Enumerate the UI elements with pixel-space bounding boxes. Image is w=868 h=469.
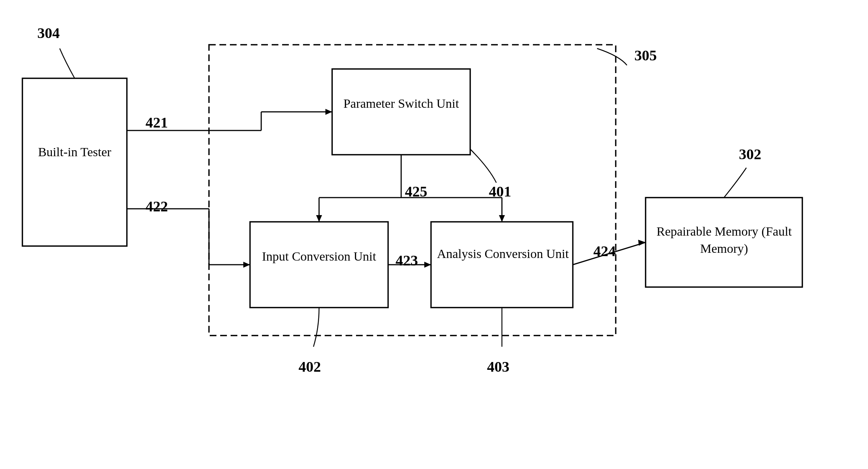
ref-402: 402 <box>299 358 321 375</box>
arrow-424-head <box>638 240 646 246</box>
ref-curve-304 <box>60 48 75 78</box>
arrow-label-422: 422 <box>146 198 168 215</box>
ref-401: 401 <box>489 183 511 200</box>
ref-304: 304 <box>37 24 60 42</box>
arrow-425-icu-head <box>316 215 322 222</box>
arrow-421-head <box>325 109 332 115</box>
built-in-tester-label: Built-in Tester <box>24 144 125 161</box>
ref-305: 305 <box>634 47 657 64</box>
ref-403: 403 <box>487 358 509 375</box>
arrow-label-423: 423 <box>396 252 418 269</box>
analysis-conversion-unit-box <box>431 222 573 308</box>
input-conversion-unit-label: Input Conversion Unit <box>252 248 386 265</box>
arrow-425-acu-head <box>499 215 505 222</box>
ref-curve-302 <box>724 168 746 198</box>
arrow-label-421: 421 <box>146 114 168 131</box>
arrow-423-head <box>424 262 431 268</box>
arrow-label-424: 424 <box>593 242 616 260</box>
ref-curve-402 <box>313 308 319 347</box>
ref-curve-305 <box>597 48 627 65</box>
repairable-memory-label: Repairable Memory (Fault Memory) <box>649 223 800 257</box>
built-in-tester-box <box>22 78 127 246</box>
arrow-label-425: 425 <box>405 183 427 200</box>
arrow-422-head <box>243 262 250 268</box>
diagram-container: 304 305 302 401 402 403 421 422 423 424 … <box>0 0 868 469</box>
ref-302: 302 <box>739 145 761 163</box>
ref-curve-401 <box>470 149 496 183</box>
analysis-conversion-unit-label: Analysis Conversion Unit <box>433 245 573 262</box>
parameter-switch-unit-label: Parameter Switch Unit <box>334 95 468 112</box>
